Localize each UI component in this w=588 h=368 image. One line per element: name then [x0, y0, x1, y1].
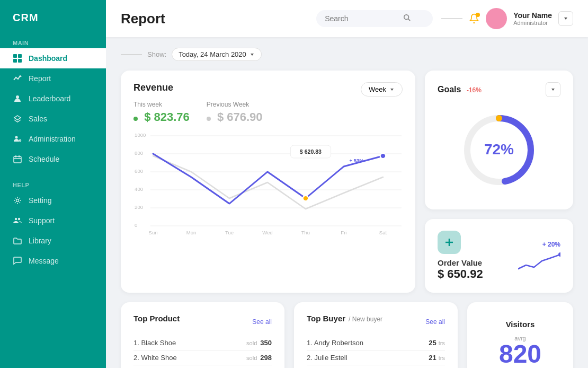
- visitors-value: 820: [499, 341, 541, 367]
- person-gear-icon: [13, 134, 22, 144]
- svg-text:0: 0: [135, 223, 137, 228]
- sidebar-item-message-label: Message: [29, 257, 59, 265]
- order-value-amount: $ 650.92: [438, 267, 483, 281]
- show-label: Show:: [147, 50, 166, 58]
- folder-icon: [13, 236, 22, 246]
- svg-marker-18: [251, 54, 254, 56]
- goals-donut: 72%: [438, 102, 560, 198]
- search-input[interactable]: [325, 14, 399, 23]
- top-product-card: Top Product See all 1. Black Shoe sold35…: [121, 302, 284, 368]
- goals-dropdown-button[interactable]: [546, 82, 560, 97]
- visitors-card: Visitors avrg 820 per day: [467, 302, 573, 368]
- sidebar-logo: CRM: [0, 0, 106, 36]
- revenue-card: Revenue This week $ 823.76 Previous Wee: [121, 71, 415, 293]
- svg-point-36: [380, 153, 386, 159]
- sidebar-item-support-label: Support: [29, 216, 55, 225]
- top-buyer-header: Top Buyer / New buyer See all: [307, 314, 445, 329]
- svg-point-15: [404, 15, 409, 20]
- svg-point-13: [15, 218, 17, 220]
- goals-card: Goals -16%: [425, 71, 573, 209]
- right-column: Goals -16%: [425, 71, 573, 293]
- order-value-card: Order Value $ 650.92 + 20%: [425, 219, 573, 293]
- goals-title: Goals: [438, 85, 461, 94]
- this-week-label: This week: [133, 101, 190, 108]
- top-product-list: 1. Black Shoe sold350 2. White Shoe sold…: [133, 336, 272, 368]
- goals-badge: -16%: [467, 86, 482, 94]
- list-item: 1. Andy Robertson 25trs: [307, 336, 445, 351]
- order-value-row: Order Value $ 650.92 + 20%: [438, 231, 560, 281]
- svg-text:Wed: Wed: [262, 230, 272, 235]
- dot-green: [133, 117, 138, 121]
- visitors-title: Visitors: [506, 320, 535, 329]
- this-week-value: $ 823.76: [133, 110, 190, 124]
- svg-text:800: 800: [135, 151, 143, 156]
- svg-rect-2: [13, 59, 17, 63]
- svg-point-47: [496, 115, 502, 121]
- sidebar-item-dashboard[interactable]: Dashboard: [0, 48, 106, 68]
- chat-icon: [13, 256, 22, 266]
- top-buyer-see-all[interactable]: See all: [425, 318, 445, 326]
- svg-marker-17: [564, 17, 567, 20]
- sidebar-item-administration[interactable]: Administration: [0, 129, 106, 149]
- top-buyer-list: 1. Andy Robertson 25trs 2. Julie Estell …: [307, 336, 445, 368]
- svg-rect-1: [18, 54, 22, 58]
- top-buyer-title: Top Buyer: [307, 314, 345, 323]
- search-icon: [403, 14, 411, 23]
- sidebar-item-leaderboard[interactable]: Leaderboard: [0, 89, 106, 109]
- svg-point-6: [15, 136, 18, 139]
- sidebar-item-schedule[interactable]: Schedule: [0, 149, 106, 169]
- search-box[interactable]: [316, 10, 433, 27]
- svg-text:Mon: Mon: [186, 230, 197, 235]
- top-product-header: Top Product See all: [133, 314, 272, 329]
- notification-bell[interactable]: [469, 13, 479, 24]
- top-product-title: Top Product: [133, 314, 180, 323]
- svg-point-49: [558, 252, 560, 257]
- list-item: 1. Black Shoe sold350: [133, 336, 272, 351]
- dot-gray: [207, 117, 211, 121]
- revenue-stats: This week $ 823.76 Previous Week: [133, 101, 263, 124]
- svg-text:200: 200: [135, 205, 143, 210]
- list-item: 3. Rony Suhendra 16trs: [307, 365, 445, 368]
- date-value: Today, 24 March 2020: [179, 50, 246, 58]
- sidebar-item-sales[interactable]: Sales: [0, 109, 106, 129]
- svg-text:Fri: Fri: [341, 230, 346, 235]
- order-change: + 20%: [542, 241, 560, 248]
- sidebar-item-setting[interactable]: Setting: [0, 190, 106, 211]
- svg-point-12: [16, 199, 19, 202]
- svg-point-34: [303, 196, 309, 201]
- sidebar-item-library[interactable]: Library: [0, 231, 106, 251]
- sidebar-item-support[interactable]: Support: [0, 211, 106, 231]
- list-item: 2. White Shoe sold298: [133, 351, 272, 365]
- date-dropdown[interactable]: Today, 24 March 2020: [172, 48, 262, 61]
- content-area: Show: Today, 24 March 2020 Revenue This …: [106, 37, 588, 368]
- sidebar-section-help: Help: [0, 178, 106, 190]
- date-bar: Show: Today, 24 March 2020: [121, 48, 573, 61]
- svg-text:1000: 1000: [135, 133, 146, 138]
- sidebar-item-administration-label: Administration: [29, 135, 76, 143]
- user-info: Your Name Administrator: [513, 11, 552, 26]
- date-line-left: [121, 54, 142, 55]
- bottom-grid: Top Product See all 1. Black Shoe sold35…: [121, 302, 573, 368]
- new-buyer-label: / New buyer: [349, 316, 382, 323]
- goals-header: Goals -16%: [438, 82, 560, 97]
- svg-text:+ 53%: + 53%: [349, 158, 363, 163]
- top-product-see-all[interactable]: See all: [252, 318, 272, 326]
- sidebar-item-message[interactable]: Message: [0, 251, 106, 271]
- main-area: Report Your Name Administrator: [106, 0, 588, 368]
- buyer-title-group: Top Buyer / New buyer: [307, 314, 382, 329]
- layers-icon: [13, 114, 22, 124]
- main-grid: Revenue This week $ 823.76 Previous Wee: [121, 71, 573, 293]
- user-dropdown-button[interactable]: [558, 11, 573, 26]
- svg-text:Sun: Sun: [149, 230, 158, 235]
- sidebar-item-report[interactable]: Report: [0, 68, 106, 89]
- people-icon: [13, 216, 22, 225]
- separator-line: [441, 18, 462, 19]
- svg-text:Tue: Tue: [225, 230, 234, 235]
- svg-text:600: 600: [135, 169, 143, 174]
- stat-this-week: This week $ 823.76: [133, 101, 190, 124]
- header: Report Your Name Administrator: [106, 0, 588, 37]
- week-button[interactable]: Week: [361, 82, 403, 97]
- svg-text:$ 620.83: $ 620.83: [300, 149, 322, 155]
- svg-marker-5: [14, 116, 21, 120]
- gear-icon: [13, 196, 22, 205]
